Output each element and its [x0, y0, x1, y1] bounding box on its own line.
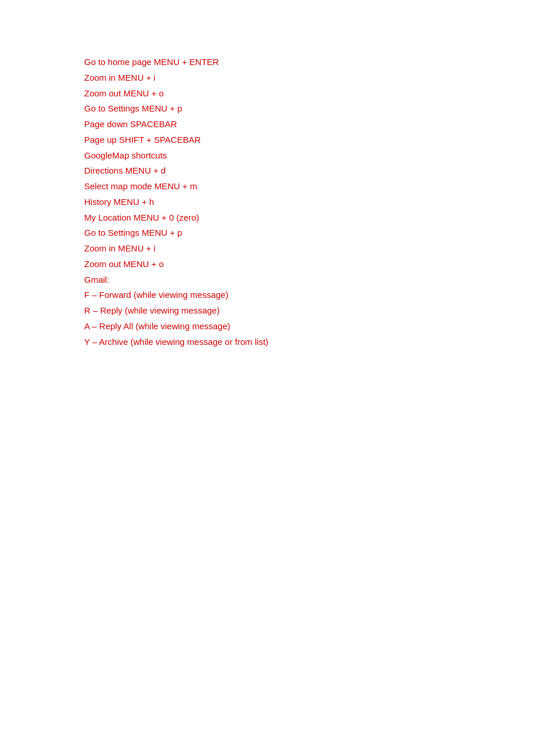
shortcut-item-zoom-out-1: Zoom out MENU + o — [84, 87, 534, 101]
shortcut-item-zoom-out-2: Zoom out MENU + o — [84, 257, 534, 272]
shortcut-item-history: History MENU + h — [84, 195, 534, 210]
shortcut-item-zoom-in-1: Zoom in MENU + i — [84, 71, 534, 85]
shortcut-item-zoom-in-2: Zoom in MENU + i — [84, 242, 534, 256]
shortcut-item-gmail-reply-all: A – Reply All (while viewing message) — [84, 319, 534, 334]
shortcut-list: Go to home page MENU + ENTERZoom in MENU… — [84, 55, 534, 349]
shortcut-item-select-map-mode: Select map mode MENU + m — [84, 179, 534, 194]
shortcut-item-gmail-archive: Y – Archive (while viewing message or fr… — [84, 335, 534, 350]
shortcut-item-my-location: My Location MENU + 0 (zero) — [84, 211, 534, 225]
shortcut-item-page-up: Page up SHIFT + SPACEBAR — [84, 133, 534, 147]
shortcut-item-go-home: Go to home page MENU + ENTER — [84, 55, 534, 70]
shortcut-item-googlemap-shortcuts: GoogleMap shortcuts — [84, 149, 534, 163]
shortcut-item-go-settings-2: Go to Settings MENU + p — [84, 226, 534, 240]
shortcut-item-page-down: Page down SPACEBAR — [84, 117, 534, 132]
shortcut-item-go-settings-1: Go to Settings MENU + p — [84, 102, 534, 116]
shortcut-item-directions: Directions MENU + d — [84, 164, 534, 178]
shortcut-item-gmail-forward: F – Forward (while viewing message) — [84, 288, 534, 303]
shortcut-item-gmail-label: Gmail: — [84, 273, 534, 287]
shortcut-item-gmail-reply: R – Reply (while viewing message) — [84, 304, 534, 318]
